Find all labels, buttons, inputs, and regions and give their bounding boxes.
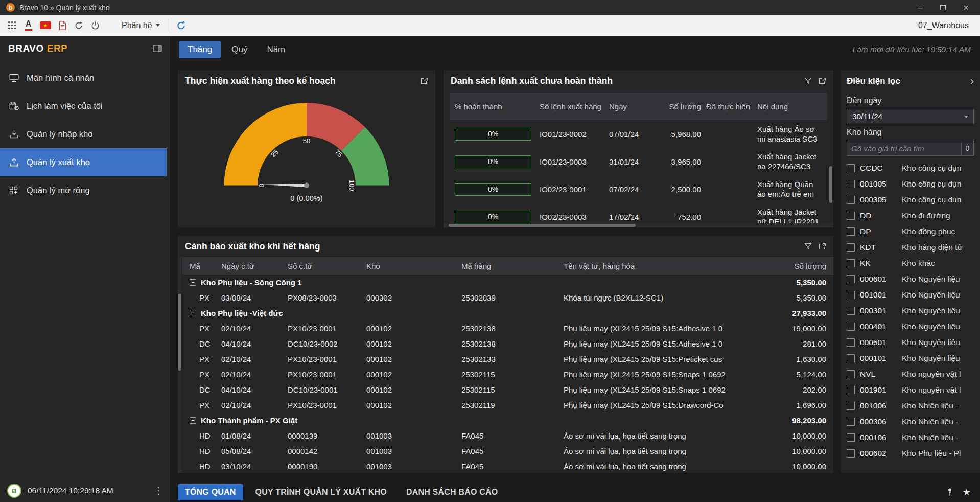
month-button[interactable] bbox=[489, 47, 506, 53]
filter-funnel-icon[interactable] bbox=[804, 77, 812, 84]
warehouse-checkbox[interactable] bbox=[847, 354, 855, 362]
sidebar-item-extensions[interactable]: Quản lý mở rộng bbox=[0, 176, 170, 204]
favorite-star-icon[interactable] bbox=[963, 487, 971, 498]
close-icon[interactable] bbox=[963, 2, 969, 13]
warehouse-checkbox[interactable] bbox=[847, 275, 855, 283]
warehouse-row[interactable]: 000501 Kho Nguyên liệu bbox=[841, 334, 980, 350]
sidebar-item-my-schedule[interactable]: Lịch làm việc của tôi bbox=[0, 92, 170, 120]
tab-overview[interactable]: TỔNG QUAN bbox=[178, 484, 243, 500]
horizontal-scrollbar[interactable] bbox=[444, 223, 833, 227]
warehouse-checkbox[interactable] bbox=[847, 386, 855, 394]
warehouse-row[interactable]: 001005 Kho công cụ dụn bbox=[841, 176, 980, 192]
sidebar-item-import-management[interactable]: Quản lý nhập kho bbox=[0, 120, 170, 148]
warehouse-row[interactable]: 000305 Kho công cụ dụn bbox=[841, 192, 980, 208]
warehouse-row[interactable]: 000306 Kho Nhiên liệu - bbox=[841, 414, 980, 429]
chevron-right-icon[interactable] bbox=[970, 76, 974, 87]
warehouse-checkbox[interactable] bbox=[847, 259, 855, 267]
filter-funnel-icon[interactable] bbox=[804, 243, 812, 250]
vertical-scrollbar[interactable] bbox=[178, 257, 181, 473]
refresh-data-icon[interactable] bbox=[176, 20, 186, 31]
warehouse-row[interactable]: 000602 Kho Phụ liệu - Pl bbox=[841, 445, 980, 461]
order-row[interactable]: 0% IO02/23-0001 07/02/24 2,500.00 Xuất h… bbox=[450, 175, 827, 203]
horizontal-scrollbar-thumb[interactable] bbox=[449, 224, 636, 227]
month-button[interactable] bbox=[439, 47, 456, 53]
alert-row[interactable]: DC 04/10/24 DC10/23-0002 000102 25302138… bbox=[182, 336, 833, 351]
popout-icon[interactable] bbox=[819, 77, 826, 84]
alert-row[interactable]: HD 03/10/24 0000190 001003 FA045 Áo sơ m… bbox=[182, 459, 833, 473]
alert-row[interactable]: PX 02/10/24 PX10/23-0001 000102 25302133… bbox=[182, 351, 833, 367]
warehouse-checkbox[interactable] bbox=[847, 370, 855, 378]
order-row[interactable]: 0% IO01/23-0003 31/01/24 3,965.00 Xuất h… bbox=[450, 148, 827, 175]
tab-report-list[interactable]: DANH SÁCH BÁO CÁO bbox=[399, 484, 505, 500]
order-row[interactable]: 0% IO01/23-0002 07/01/24 5,968.00 Xuất h… bbox=[450, 120, 827, 148]
month-button[interactable] bbox=[422, 47, 439, 53]
warehouse-row[interactable]: 000401 Kho Nguyên liệu bbox=[841, 318, 980, 334]
vertical-scrollbar-thumb[interactable] bbox=[178, 294, 181, 371]
month-button[interactable] bbox=[338, 47, 355, 53]
tab-quarter[interactable]: Quý bbox=[223, 41, 256, 58]
kebab-menu-icon[interactable] bbox=[154, 485, 163, 496]
warehouse-row[interactable]: KK Kho khác bbox=[841, 255, 980, 271]
alert-row[interactable]: HD 01/08/24 0000139 001003 FA045 Áo sơ m… bbox=[182, 428, 833, 443]
alert-group-row[interactable]: Kho Phụ liệu -Việt đức 27,933.00 bbox=[182, 305, 833, 321]
warehouse-search-input[interactable] bbox=[847, 141, 961, 155]
collapse-icon[interactable] bbox=[190, 279, 196, 286]
alert-group-row[interactable]: Kho Phụ liệu - Sông Công 1 5,350.00 bbox=[182, 275, 833, 290]
warehouse-row[interactable]: CCDC Kho công cụ dụn bbox=[841, 160, 980, 176]
alert-row[interactable]: PX 03/08/24 PX08/23-0003 000302 25302039… bbox=[182, 290, 833, 305]
maximize-icon[interactable] bbox=[940, 5, 946, 10]
month-button[interactable] bbox=[355, 47, 371, 53]
month-button[interactable] bbox=[405, 47, 422, 53]
alert-group-row[interactable]: Kho Thành phẩm - PX Giặt 98,203.00 bbox=[182, 413, 833, 428]
pin-icon[interactable] bbox=[946, 488, 954, 496]
collapse-icon[interactable] bbox=[190, 417, 196, 424]
minimize-icon[interactable] bbox=[918, 3, 922, 13]
font-color-icon[interactable] bbox=[25, 20, 32, 31]
warehouse-row[interactable]: 000301 Kho Nguyên liệu bbox=[841, 303, 980, 318]
month-button[interactable] bbox=[388, 47, 405, 53]
warehouse-checkbox[interactable] bbox=[847, 212, 855, 220]
warehouse-row[interactable]: 001001 Kho Nguyên liệu bbox=[841, 287, 980, 303]
tab-month[interactable]: Tháng bbox=[179, 41, 221, 58]
warehouse-row[interactable]: 000601 Kho Nguyên liệu bbox=[841, 271, 980, 287]
collapse-icon[interactable] bbox=[190, 310, 196, 316]
power-icon[interactable] bbox=[91, 21, 100, 30]
vietnam-flag-icon[interactable] bbox=[40, 21, 51, 29]
month-button[interactable] bbox=[371, 47, 388, 53]
date-filter-select[interactable]: 30/11/24 bbox=[847, 109, 974, 124]
alert-row[interactable]: PX 02/10/24 PX10/23-0001 000102 25302119… bbox=[182, 397, 833, 413]
warehouse-checkbox[interactable] bbox=[847, 338, 855, 347]
warehouse-checkbox[interactable] bbox=[847, 449, 855, 458]
warehouse-row[interactable]: DP Kho đồng phục bbox=[841, 223, 980, 239]
warehouse-row[interactable]: NVL Kho nguyên vật l bbox=[841, 366, 980, 382]
warehouse-row[interactable]: 001006 Kho Nhiên liệu - bbox=[841, 398, 980, 414]
warehouse-row[interactable]: KDT Kho hàng điện tử bbox=[841, 239, 980, 255]
popout-icon[interactable] bbox=[819, 243, 826, 250]
alert-row[interactable]: PX 02/10/24 PX10/23-0001 000102 25302138… bbox=[182, 321, 833, 336]
alert-row[interactable]: PX 02/10/24 PX10/23-0001 000102 25302115… bbox=[182, 367, 833, 382]
month-button[interactable] bbox=[304, 47, 321, 53]
popout-icon[interactable] bbox=[421, 77, 428, 84]
sidebar-toggle-icon[interactable] bbox=[153, 44, 162, 53]
warehouse-row[interactable]: 001901 Kho nguyên vật l bbox=[841, 382, 980, 398]
vertical-scrollbar-thumb[interactable] bbox=[829, 166, 832, 203]
warehouse-checkbox[interactable] bbox=[847, 433, 855, 442]
red-document-icon[interactable] bbox=[59, 21, 66, 30]
month-button[interactable] bbox=[473, 47, 489, 53]
warehouse-row[interactable]: DD Kho đi đường bbox=[841, 208, 980, 223]
warehouse-checkbox[interactable] bbox=[847, 227, 855, 236]
sidebar-item-export-management[interactable]: Quản lý xuất kho bbox=[0, 148, 167, 176]
sidebar-item-personal-screen[interactable]: Màn hình cá nhân bbox=[0, 64, 170, 92]
warehouse-checkbox[interactable] bbox=[847, 307, 855, 315]
warehouse-checkbox[interactable] bbox=[847, 180, 855, 188]
warehouse-checkbox[interactable] bbox=[847, 243, 855, 252]
warehouse-checkbox[interactable] bbox=[847, 164, 855, 172]
warehouse-checkbox[interactable] bbox=[847, 418, 855, 426]
refresh-icon[interactable] bbox=[74, 21, 83, 30]
warehouse-checkbox[interactable] bbox=[847, 291, 855, 299]
alert-row[interactable]: HD 05/08/24 0000142 001003 FA045 Áo sơ m… bbox=[182, 443, 833, 459]
month-button[interactable] bbox=[456, 47, 473, 53]
apps-grid-icon[interactable] bbox=[7, 20, 17, 30]
alert-row[interactable]: DC 04/10/24 DC10/23-0001 000102 25302115… bbox=[182, 382, 833, 397]
warehouse-row[interactable]: 000101 Kho Nguyên liệu bbox=[841, 350, 980, 366]
